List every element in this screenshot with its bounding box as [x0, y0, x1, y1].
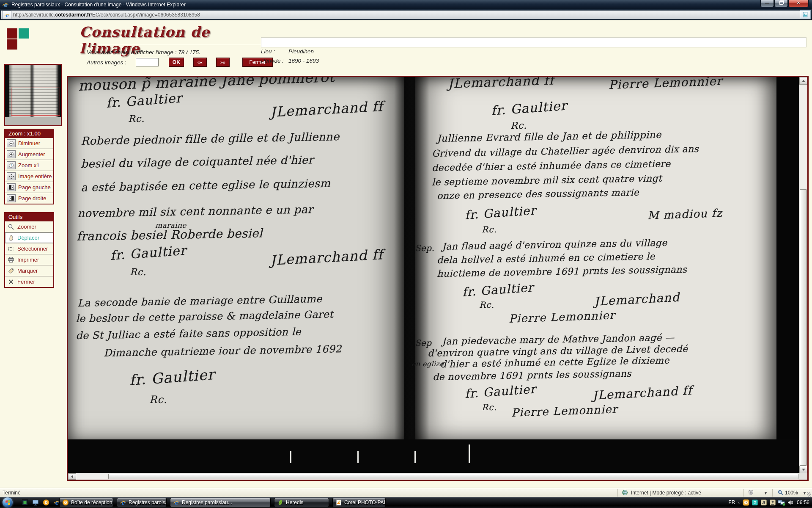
outils-panel: Outils Zoomer Déplacer Sélectionner Impr… — [4, 212, 54, 288]
start-button[interactable] — [3, 497, 13, 508]
fit-arrows-icon — [7, 172, 16, 180]
close-button[interactable]: ✕ — [788, 0, 809, 7]
shield-dropdown-caret[interactable]: ▼ — [764, 491, 768, 495]
network-icon — [778, 499, 785, 506]
window-titlebar[interactable]: e Registres paroissiaux - Consultation d… — [0, 0, 812, 9]
manuscript-image[interactable]: mouson p̃ maraine Jan̄e pommerotfr. Gaul… — [68, 77, 799, 473]
window-title: Registres paroissiaux - Consultation d'u… — [11, 2, 186, 8]
windows-taskbar: e » Boîte de réception - ... e Registres… — [0, 497, 812, 508]
minimize-button[interactable]: — — [760, 0, 774, 7]
security-zone-text: Internet | Mode protégé : activé — [631, 490, 701, 496]
clock-orange-icon — [743, 499, 749, 506]
volume-icon — [787, 499, 794, 506]
quick-launch-item[interactable] — [42, 499, 50, 506]
quick-launch-item[interactable] — [32, 499, 39, 506]
viewport-indicator[interactable] — [11, 88, 60, 116]
zoom-tool-item[interactable]: 1 Zoom x1 — [5, 160, 53, 171]
zoom-tool-item[interactable]: Image entière — [5, 171, 53, 182]
resize-grip[interactable] — [807, 492, 811, 497]
web-page: Consultation de l'image Vous avez choisi… — [0, 20, 812, 488]
taskbar-button[interactable]: Heredis — [274, 498, 329, 507]
task-buttons: Boîte de réception - ... e Registres par… — [59, 498, 386, 507]
header-white-band — [261, 37, 807, 47]
scroll-down-button[interactable] — [799, 466, 807, 473]
quick-launch-item[interactable] — [21, 499, 29, 506]
taskbar-button[interactable]: Corel PHOTO-PAIN... — [332, 498, 386, 507]
minus-circle-icon — [7, 139, 16, 147]
taskbar-button[interactable]: e Registres paroissiau... — [117, 498, 167, 507]
logo-square-red-2 — [7, 39, 17, 50]
windows-flag-icon — [5, 500, 10, 505]
book-spine — [394, 77, 429, 439]
scroll-up-button[interactable] — [799, 77, 807, 85]
outil-item[interactable]: Zoomer — [5, 221, 53, 232]
horizontal-scrollbar[interactable] — [68, 473, 799, 480]
person-badge-icon — [769, 499, 776, 506]
restore-button[interactable] — [774, 0, 788, 7]
outil-item[interactable]: Imprimer — [5, 254, 53, 265]
horizontal-scroll-thumb[interactable] — [108, 474, 798, 479]
tray-icon[interactable] — [787, 499, 794, 506]
protected-mode-icon[interactable] — [748, 489, 754, 496]
tray-icon[interactable]: A — [760, 499, 767, 506]
logo-square-red-1 — [7, 28, 17, 39]
image-number-input[interactable] — [136, 58, 159, 66]
taskbar-button[interactable]: e Registres paroissiau... — [170, 498, 271, 507]
page-left-icon — [7, 183, 16, 191]
outils-panel-items: Zoomer Déplacer Sélectionner Imprimer Ma… — [5, 221, 53, 287]
outils-panel-title: Outils — [5, 213, 53, 221]
zoom-tool-item[interactable]: Diminuer — [5, 138, 53, 149]
desktop-icon — [32, 499, 39, 506]
close-x-icon — [7, 278, 15, 285]
manuscript-line: en eglize — [411, 360, 444, 368]
image-counter-text: Vous avez choisi d'afficher l'image : 78… — [87, 49, 200, 55]
next-image-button[interactable]: »» — [216, 58, 230, 67]
favicon: e — [2, 11, 11, 19]
heredis-icon — [277, 499, 284, 506]
outil-item[interactable]: Déplacer — [5, 232, 53, 243]
zoom-dropdown-caret[interactable]: ▼ — [803, 491, 807, 495]
manuscript-line: Rc. — [130, 267, 146, 277]
outlook-icon — [62, 499, 69, 506]
svg-text:1: 1 — [10, 163, 12, 167]
tray-expand-chevron[interactable]: ‹ — [738, 500, 740, 505]
manuscript-line: Sep — [415, 338, 432, 348]
taskbar-clock[interactable]: 06:56 — [797, 500, 809, 505]
a-badge-icon: A — [760, 499, 767, 506]
zoom-panel: Zoom : x1.00 Diminuer Augmenter 1 Zoom x… — [4, 129, 54, 204]
language-indicator[interactable]: FR — [728, 500, 735, 505]
lieu-label: Lieu : — [261, 48, 275, 55]
zoom-tool-item[interactable]: Augmenter — [5, 149, 53, 160]
ok-button[interactable]: OK — [169, 58, 184, 67]
tray-icon[interactable]: 1 — [752, 499, 758, 506]
vertical-scroll-thumb[interactable] — [800, 189, 807, 466]
outlook-icon — [43, 499, 49, 506]
taskbar-button[interactable]: Boîte de réception - ... — [59, 498, 113, 507]
zoom-level-value[interactable]: 100% — [785, 490, 798, 496]
tag-icon — [7, 267, 15, 274]
zoom-panel-title: Zoom : x1.00 — [5, 130, 53, 138]
tray-icon[interactable] — [769, 499, 776, 506]
vertical-scrollbar[interactable] — [799, 77, 807, 473]
select-rect-icon — [7, 245, 15, 252]
zoom-tool-item[interactable]: Page gauche — [5, 182, 53, 193]
scroll-left-button[interactable] — [68, 473, 76, 480]
tray-icon[interactable] — [778, 499, 785, 506]
zoom-tool-item[interactable]: Page droite — [5, 193, 53, 204]
hand-icon — [7, 234, 15, 241]
previous-image-button[interactable]: «« — [193, 58, 207, 67]
outil-item[interactable]: Fermer — [5, 276, 53, 287]
system-tray: FR ‹ 1A 06:56 — [728, 497, 812, 508]
ie-icon: e — [173, 499, 180, 506]
navigation-thumbnail[interactable] — [4, 64, 62, 126]
manuscript-line: Rc. — [482, 402, 497, 412]
ie-icon: e — [120, 499, 126, 506]
outil-item[interactable]: Marquer — [5, 265, 53, 276]
tray-icon[interactable] — [743, 499, 749, 506]
svg-text:1: 1 — [754, 500, 756, 505]
outil-item[interactable]: Sélectionner — [5, 243, 53, 254]
page-photo-icon[interactable] — [800, 10, 811, 19]
url-field[interactable]: e http://sallevirtuelle.cotesdarmor.fr/E… — [1, 10, 811, 19]
manuscript-line: Rc. — [149, 394, 167, 406]
app-dark-icon — [22, 499, 28, 506]
